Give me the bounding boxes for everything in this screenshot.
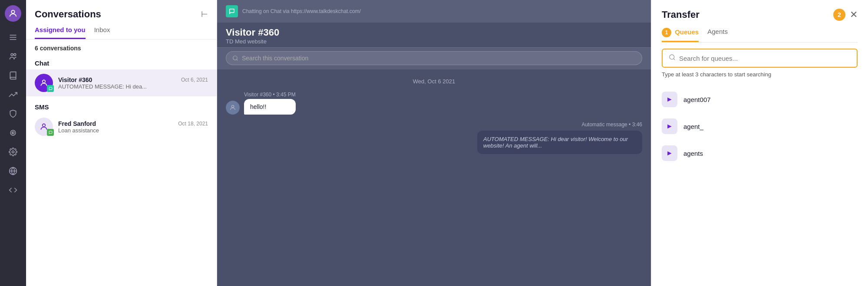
svg-point-6 bbox=[10, 130, 16, 135]
conv-tabs: Assigned to you Inbox bbox=[26, 20, 217, 39]
tab-inbox[interactable]: Inbox bbox=[94, 26, 110, 39]
conv-preview: AUTOMATED MESSAGE: Hi dea... bbox=[58, 83, 208, 90]
chat-badge-icon bbox=[47, 85, 54, 92]
message-meta: Visitor #360 • 3:45 PM bbox=[244, 92, 296, 98]
sms-conv-preview: Loan assistance bbox=[58, 127, 208, 134]
auto-message-meta: Automatic message • 3:46 bbox=[581, 122, 642, 128]
auto-message-container: Automatic message • 3:46 AUTOMATED MESSA… bbox=[226, 122, 642, 154]
chat-messages: Wed, Oct 6 2021 Visitor #360 • 3:45 PM h… bbox=[217, 69, 651, 286]
transfer-close-button[interactable]: ✕ bbox=[850, 9, 858, 20]
chat-header-info: Chatting on Chat via https://www.talkdes… bbox=[242, 8, 361, 14]
list-item[interactable]: Visitor #360 Oct 6, 2021 AUTOMATED MESSA… bbox=[26, 69, 217, 96]
conversations-count: 6 conversations bbox=[26, 39, 217, 57]
svg-point-8 bbox=[12, 151, 14, 153]
svg-point-15 bbox=[231, 105, 234, 108]
chat-header: Chatting on Chat via https://www.talkdes… bbox=[217, 0, 651, 23]
queue-arrow-icon: ► bbox=[662, 145, 677, 161]
search-icon bbox=[669, 54, 676, 62]
chat-message-row: Visitor #360 • 3:45 PM hello!! bbox=[226, 92, 642, 115]
conversations-header: Conversations ⊢ bbox=[26, 0, 217, 20]
list-item[interactable]: ► agent007 bbox=[662, 88, 858, 111]
transfer-search-hint: Type at least 3 characters to start sear… bbox=[662, 71, 858, 78]
chat-search-placeholder: Search this conversation bbox=[242, 55, 308, 62]
list-item[interactable]: ► agent_ bbox=[662, 115, 858, 138]
queues-badge: 1 bbox=[662, 28, 671, 37]
chat-visitor-name: Visitor #360 bbox=[226, 27, 642, 38]
stats-icon[interactable] bbox=[5, 87, 21, 102]
svg-point-13 bbox=[233, 56, 237, 60]
transfer-tabs: 1 Queues Agents bbox=[662, 28, 858, 43]
svg-point-12 bbox=[43, 124, 46, 127]
svg-point-4 bbox=[11, 53, 13, 56]
conversations-panel: Conversations ⊢ Assigned to you Inbox 6 … bbox=[26, 0, 217, 286]
chat-header-subtitle: Chatting on Chat via https://www.talkdes… bbox=[242, 8, 361, 14]
conversations-title: Conversations bbox=[35, 9, 101, 20]
chat-website: TD Med website bbox=[226, 38, 642, 45]
list-item[interactable]: Fred Sanford Oct 18, 2021 Loan assistanc… bbox=[26, 113, 217, 140]
queue-arrow-icon: ► bbox=[662, 118, 677, 134]
conv-date: Oct 6, 2021 bbox=[181, 77, 208, 83]
queue-name: agent_ bbox=[683, 123, 703, 130]
chat-date-divider: Wed, Oct 6 2021 bbox=[226, 78, 642, 85]
conv-name: Visitor #360 bbox=[58, 76, 92, 83]
auto-message-bubble: AUTOMATED MESSAGE: Hi dear visitor! Welc… bbox=[477, 131, 642, 154]
code-icon[interactable] bbox=[5, 182, 21, 198]
queues-tab-label: Queues bbox=[675, 28, 699, 36]
user-avatar[interactable] bbox=[5, 5, 21, 22]
visitor-avatar bbox=[35, 74, 53, 92]
message-avatar bbox=[226, 101, 240, 115]
svg-line-14 bbox=[237, 59, 238, 61]
queue-arrow-icon: ► bbox=[662, 92, 677, 107]
sms-badge-icon bbox=[47, 129, 54, 136]
gear-icon[interactable] bbox=[5, 144, 21, 160]
sms-avatar bbox=[35, 118, 53, 136]
tab-queues[interactable]: 1 Queues bbox=[662, 28, 699, 42]
sidebar bbox=[0, 0, 26, 286]
fingerprint-icon[interactable] bbox=[5, 125, 21, 141]
transfer-title: Transfer bbox=[662, 9, 700, 20]
message-content: Visitor #360 • 3:45 PM hello!! bbox=[244, 92, 296, 115]
chat-area: Chatting on Chat via https://www.talkdes… bbox=[217, 0, 651, 286]
conversation-info: Visitor #360 Oct 6, 2021 AUTOMATED MESSA… bbox=[58, 76, 208, 90]
book-icon[interactable] bbox=[5, 68, 21, 83]
transfer-queue-list: ► agent007 ► agent_ ► agents bbox=[662, 88, 858, 164]
globe-icon[interactable] bbox=[5, 163, 21, 179]
transfer-search-wrapper[interactable] bbox=[662, 49, 858, 68]
chat-bubble: hello!! bbox=[244, 99, 296, 115]
tab-agents[interactable]: Agents bbox=[707, 28, 728, 42]
shield-icon[interactable] bbox=[5, 106, 21, 122]
transfer-search-input[interactable] bbox=[679, 55, 851, 62]
transfer-header: Transfer 2 ✕ bbox=[662, 9, 858, 21]
transfer-panel: Transfer 2 ✕ 1 Queues Agents Type at lea… bbox=[651, 0, 868, 286]
svg-point-11 bbox=[43, 80, 46, 83]
sms-conv-date: Oct 18, 2021 bbox=[178, 121, 208, 127]
queue-name: agent007 bbox=[683, 96, 711, 103]
svg-point-0 bbox=[11, 10, 14, 13]
chat-search-bar: Search this conversation bbox=[217, 47, 651, 69]
sms-section-label: SMS bbox=[26, 101, 217, 113]
svg-point-16 bbox=[670, 55, 674, 59]
contacts-icon[interactable] bbox=[5, 49, 21, 64]
svg-point-5 bbox=[14, 53, 16, 56]
queue-name: agents bbox=[683, 150, 703, 157]
chat-channel-icon bbox=[226, 5, 238, 17]
list-icon[interactable] bbox=[5, 30, 21, 45]
sms-conv-name: Fred Sanford bbox=[58, 120, 96, 127]
chat-search-input-wrapper[interactable]: Search this conversation bbox=[226, 51, 642, 65]
transfer-notification-badge: 2 bbox=[833, 9, 845, 21]
collapse-icon[interactable]: ⊢ bbox=[201, 10, 208, 19]
svg-point-7 bbox=[12, 132, 14, 134]
svg-line-17 bbox=[673, 59, 675, 60]
tab-assigned-to-you[interactable]: Assigned to you bbox=[35, 26, 86, 39]
sms-conversation-info: Fred Sanford Oct 18, 2021 Loan assistanc… bbox=[58, 120, 208, 134]
list-item[interactable]: ► agents bbox=[662, 142, 858, 164]
chat-section-label: Chat bbox=[26, 57, 217, 69]
